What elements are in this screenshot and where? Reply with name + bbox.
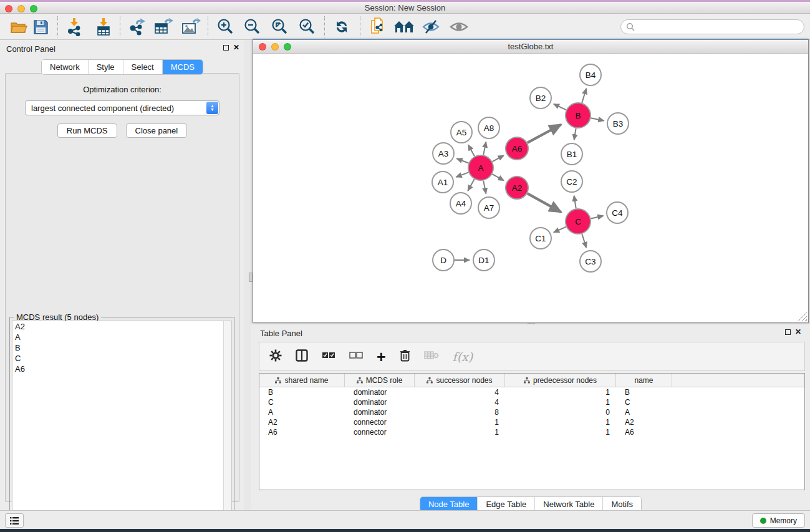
zoom-fit-button[interactable] [271, 17, 288, 37]
table-row[interactable]: Bdominator41B [259, 387, 804, 397]
network-node-C[interactable]: C [566, 209, 591, 234]
close-panel-button[interactable]: Close panel [126, 123, 188, 138]
graph-edge-A-A3[interactable] [456, 158, 468, 163]
table-cell[interactable]: A [616, 407, 672, 417]
graph-edge-C-C3[interactable] [582, 234, 586, 248]
graph-edge-B-B1[interactable] [574, 128, 576, 140]
network-node-A[interactable]: A [468, 155, 493, 180]
network-node-B4[interactable]: B4 [580, 64, 601, 85]
column-header-successor-nodes[interactable]: successor nodes [415, 374, 505, 387]
network-from-file-button[interactable] [369, 17, 389, 37]
table-cell[interactable]: dominator [345, 407, 415, 417]
graph-edge-C-C1[interactable] [554, 227, 566, 233]
table-cell[interactable]: dominator [345, 387, 415, 397]
show-columns-button[interactable] [296, 349, 308, 364]
table-cell[interactable]: C [616, 397, 672, 407]
tab-network[interactable]: Network [42, 60, 89, 74]
network-node-A1[interactable]: A1 [432, 172, 453, 193]
graph-edge-C-C4[interactable] [591, 216, 603, 218]
mcds-result-item[interactable]: C [12, 353, 231, 364]
table-cell[interactable]: 1 [505, 427, 616, 437]
graph-edge-A-A2[interactable] [492, 174, 504, 180]
home-view-button[interactable] [393, 17, 415, 37]
table-cell[interactable]: C [259, 397, 345, 407]
network-node-C2[interactable]: C2 [561, 171, 582, 192]
network-view-window[interactable]: testGlobe.txt B4B2BB3A8A5A6A3B1AC2A1A2A4… [253, 39, 809, 323]
export-table-button[interactable] [153, 17, 173, 37]
network-node-A6[interactable]: A6 [506, 137, 528, 160]
graph-edge-A-A7[interactable] [483, 181, 486, 194]
graph-edge-A6-B[interactable] [528, 125, 561, 143]
mcds-result-list[interactable]: A2ABCA6 [12, 321, 232, 528]
network-node-D[interactable]: D [433, 249, 454, 271]
table-cell[interactable]: A6 [259, 427, 345, 437]
hide-graphics-details-button[interactable] [422, 17, 440, 37]
table-cell[interactable]: 4 [415, 387, 505, 397]
table-cell[interactable]: B [259, 387, 345, 397]
memory-button[interactable]: Memory [752, 513, 805, 528]
close-table-panel-icon[interactable]: ✕ [795, 329, 801, 335]
graph-edge-A-A6[interactable] [493, 155, 504, 162]
tab-motifs[interactable]: Motifs [603, 497, 641, 511]
select-all-columns-button[interactable] [322, 351, 335, 362]
network-node-A4[interactable]: A4 [450, 193, 471, 214]
run-mcds-button[interactable]: Run MCDS [57, 123, 117, 138]
close-panel-icon[interactable]: ✕ [233, 44, 239, 51]
tab-select[interactable]: Select [123, 60, 163, 74]
network-node-A2[interactable]: A2 [506, 177, 528, 199]
network-node-B[interactable]: B [566, 103, 591, 128]
tab-edge-table[interactable]: Edge Table [478, 497, 535, 511]
table-cell[interactable]: 1 [505, 387, 616, 397]
show-panels-list-button[interactable] [5, 513, 24, 528]
table-cell[interactable]: 1 [415, 417, 505, 427]
column-header-name[interactable]: name [616, 374, 672, 387]
table-cell[interactable]: B [616, 387, 672, 397]
network-node-C1[interactable]: C1 [530, 228, 551, 249]
table-options-gear-button[interactable] [269, 349, 282, 364]
table-cell[interactable]: A [259, 407, 345, 417]
network-window-titlebar[interactable]: testGlobe.txt [253, 40, 808, 54]
column-header-shared-name[interactable]: shared name [259, 374, 345, 387]
search-field[interactable] [620, 19, 804, 34]
table-row[interactable]: A6connector11A6 [259, 427, 804, 437]
unselect-all-columns-button[interactable] [349, 351, 363, 362]
table-row[interactable]: Cdominator41C [259, 397, 804, 407]
graph-edge-A-A5[interactable] [468, 145, 475, 156]
import-table-button[interactable] [95, 17, 112, 37]
mcds-result-item[interactable]: B [12, 342, 231, 353]
graph-edge-B-B3[interactable] [591, 118, 604, 120]
save-session-button[interactable] [33, 17, 49, 37]
tab-style[interactable]: Style [89, 60, 123, 74]
network-canvas[interactable]: B4B2BB3A8A5A6A3B1AC2A1A2A4A7C4CC1DD1C3 [253, 54, 808, 322]
table-cell[interactable]: 1 [505, 417, 616, 427]
criterion-dropdown[interactable]: largest connected component (directed) ▲… [25, 100, 219, 115]
export-network-button[interactable] [127, 17, 146, 37]
column-header-MCDS-role[interactable]: MCDS role [345, 374, 415, 387]
tab-mcds[interactable]: MCDS [163, 60, 203, 74]
vertical-scroll-thumb[interactable] [249, 273, 253, 282]
table-cell[interactable]: A2 [259, 417, 345, 427]
graph-edge-C-C2[interactable] [574, 196, 576, 209]
import-network-button[interactable] [65, 17, 83, 37]
result-scrollbar[interactable] [223, 321, 231, 528]
network-node-B1[interactable]: B1 [561, 143, 582, 165]
zoom-in-button[interactable] [216, 17, 234, 37]
table-cell[interactable]: 4 [415, 397, 505, 407]
export-image-button[interactable] [181, 17, 201, 37]
table-cell[interactable]: connector [345, 417, 415, 427]
tab-network-table[interactable]: Network Table [535, 497, 603, 511]
network-node-A7[interactable]: A7 [478, 197, 499, 218]
node-table[interactable]: shared nameMCDS rolesuccessor nodesprede… [259, 373, 805, 490]
graph-edge-B-B2[interactable] [554, 104, 566, 110]
network-node-C3[interactable]: C3 [580, 251, 601, 272]
network-node-A8[interactable]: A8 [478, 117, 499, 138]
zoom-selected-button[interactable] [298, 17, 316, 37]
network-node-A5[interactable]: A5 [451, 122, 472, 143]
float-table-panel-icon[interactable] [785, 329, 791, 335]
table-row[interactable]: Adominator80A [259, 407, 804, 417]
table-row[interactable]: A2connector11A2 [259, 417, 804, 427]
graph-edge-A-A8[interactable] [483, 142, 486, 155]
column-header-predecessor-nodes[interactable]: predecessor nodes [505, 374, 616, 387]
mcds-result-item[interactable]: A [12, 332, 231, 342]
network-node-D1[interactable]: D1 [473, 249, 494, 271]
